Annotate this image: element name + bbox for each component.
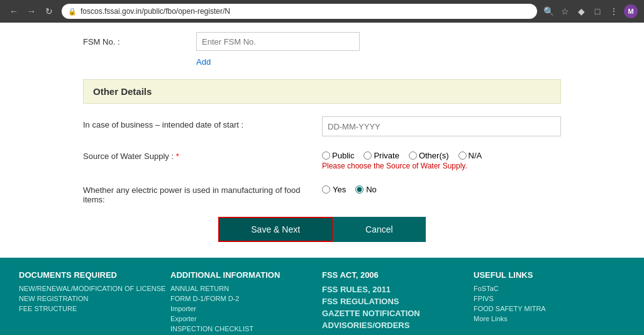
footer: DOCUMENTS REQUIRED NEW/RENEWAL/MODIFICAT… <box>0 258 644 335</box>
electric-yes-radio[interactable] <box>322 185 330 194</box>
water-supply-row: Source of Water Supply : * Public Privat… <box>83 148 561 170</box>
search-icon[interactable]: 🔍 <box>542 5 555 18</box>
footer-col2-item-1[interactable]: FORM D-1/FORM D-2 <box>170 295 322 302</box>
electric-row: Whether any electric power is used in ma… <box>83 182 561 204</box>
nav-buttons[interactable]: ← → ↻ <box>6 4 57 19</box>
reload-button[interactable]: ↻ <box>42 4 57 19</box>
browser-actions: 🔍 ☆ ◆ □ ⋮ M <box>542 4 638 18</box>
footer-col-useful: USEFUL LINKS FoSTaC FPIVS FOOD SAFETY MI… <box>474 270 625 335</box>
footer-col4-item-3[interactable]: More Links <box>474 315 625 322</box>
cancel-button[interactable]: Cancel <box>333 217 426 242</box>
water-public-option[interactable]: Public <box>322 151 354 160</box>
fsm-row: FSM No. : <box>83 32 561 51</box>
business-date-label: In case of business – intended date of s… <box>83 116 322 129</box>
other-details-section-header: Other Details <box>83 79 561 104</box>
footer-columns: DOCUMENTS REQUIRED NEW/RENEWAL/MODIFICAT… <box>19 270 625 335</box>
water-na-radio[interactable] <box>458 151 467 160</box>
url-text: foscos.fssai.gov.in/public/fbo/open-regi… <box>80 7 230 16</box>
footer-col-documents: DOCUMENTS REQUIRED NEW/RENEWAL/MODIFICAT… <box>19 270 170 335</box>
browser-chrome: ← → ↻ 🔒 foscos.fssai.gov.in/public/fbo/o… <box>0 0 644 23</box>
profile-icon[interactable]: □ <box>591 5 604 18</box>
save-next-button[interactable]: Save & Next <box>218 217 333 242</box>
electric-no-radio[interactable] <box>355 185 364 194</box>
star-icon[interactable]: ☆ <box>558 5 571 18</box>
footer-col2-item-2[interactable]: Importer <box>170 305 322 312</box>
water-error-text: Please choose the Source of Water Supply… <box>322 160 482 170</box>
footer-col1-item-0[interactable]: NEW/RENEWAL/MODIFICATION OF LICENSE <box>19 285 170 292</box>
forward-button[interactable]: → <box>24 4 39 19</box>
footer-col3-item-3[interactable]: ADVISORIES/ORDERS <box>322 321 474 330</box>
electric-no-label: No <box>366 185 377 194</box>
water-radio-group: Public Private Other(s) N/A <box>322 148 482 160</box>
water-private-radio[interactable] <box>364 151 372 160</box>
footer-col2-item-3[interactable]: Exporter <box>170 315 322 322</box>
footer-col2-title: ADDITIONAL INFORMATION <box>170 270 322 280</box>
electric-no-option[interactable]: No <box>355 185 377 194</box>
footer-col2-item-4[interactable]: INSPECTION CHECKLIST <box>170 325 322 332</box>
footer-col4-item-2[interactable]: FOOD SAFETY MITRA <box>474 305 625 312</box>
footer-col2-item-0[interactable]: ANNUAL RETURN <box>170 285 322 292</box>
footer-col4-item-1[interactable]: FPIVS <box>474 295 625 302</box>
footer-col1-item-1[interactable]: NEW REGISTRATION <box>19 295 170 302</box>
fsm-input[interactable] <box>196 32 360 51</box>
footer-col4-title: USEFUL LINKS <box>474 270 625 280</box>
footer-col1-title: DOCUMENTS REQUIRED <box>19 270 170 280</box>
water-public-radio[interactable] <box>322 151 330 160</box>
back-button[interactable]: ← <box>6 4 21 19</box>
footer-col3-item-1[interactable]: FSS REGULATIONS <box>322 297 474 306</box>
footer-col3-item-0[interactable]: FSS RULES, 2011 <box>322 285 474 294</box>
lock-icon: 🔒 <box>68 8 77 16</box>
business-date-input[interactable] <box>322 116 561 136</box>
button-row: Save & Next Cancel <box>83 217 561 242</box>
water-others-option[interactable]: Other(s) <box>409 151 449 160</box>
fsm-label: FSM No. : <box>83 37 196 47</box>
business-date-row: In case of business – intended date of s… <box>83 116 561 136</box>
water-private-option[interactable]: Private <box>364 151 399 160</box>
footer-col-additional: ADDITIONAL INFORMATION ANNUAL RETURN FOR… <box>170 270 322 335</box>
address-bar[interactable]: 🔒 foscos.fssai.gov.in/public/fbo/open-re… <box>62 4 537 19</box>
footer-col-fss: FSS ACT, 2006 FSS RULES, 2011 FSS REGULA… <box>322 270 474 335</box>
electric-label: Whether any electric power is used in ma… <box>83 182 322 204</box>
main-content: FSM No. : Add Other Details In case of b… <box>0 23 644 335</box>
footer-col3-title: FSS ACT, 2006 <box>322 270 474 280</box>
extension-icon[interactable]: ◆ <box>575 5 587 18</box>
section-title: Other Details <box>93 86 152 97</box>
water-others-radio[interactable] <box>409 151 417 160</box>
footer-col1-item-2[interactable]: FEE STRUCTURE <box>19 305 170 312</box>
footer-col4-item-0[interactable]: FoSTaC <box>474 285 625 292</box>
footer-col3-item-2[interactable]: GAZETTE NOTIFICATION <box>322 309 474 318</box>
menu-icon[interactable]: ⋮ <box>608 5 620 18</box>
electric-radio-group: Yes No <box>322 182 377 194</box>
electric-yes-label: Yes <box>333 185 346 194</box>
electric-yes-option[interactable]: Yes <box>322 185 346 194</box>
add-link[interactable]: Add <box>196 57 561 67</box>
avatar[interactable]: M <box>624 4 638 18</box>
water-na-option[interactable]: N/A <box>458 151 482 160</box>
water-supply-options: Public Private Other(s) N/A Ple <box>322 148 482 170</box>
water-supply-label: Source of Water Supply : * <box>83 148 322 161</box>
required-asterisk: * <box>176 151 179 161</box>
